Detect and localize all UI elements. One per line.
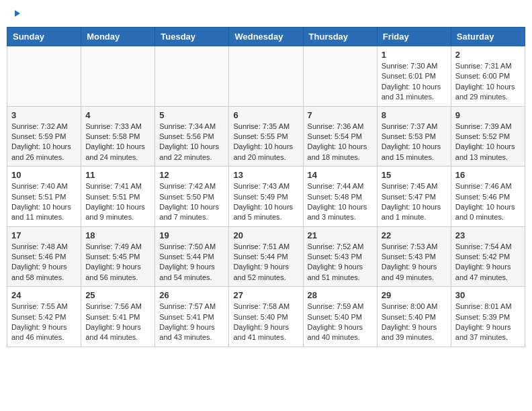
day-info: Daylight: 10 hours and 31 minutes. [382,82,447,103]
calendar-cell: 11Sunrise: 7:41 AMSunset: 5:51 PMDayligh… [81,167,155,227]
day-number: 4 [85,110,150,120]
day-info: Sunrise: 7:36 AM [308,122,373,132]
calendar-week-5: 24Sunrise: 7:55 AMSunset: 5:42 PMDayligh… [7,287,525,347]
day-info: Sunset: 5:41 PM [85,312,150,322]
day-info: Sunrise: 7:37 AM [382,122,447,132]
calendar-cell: 18Sunrise: 7:49 AMSunset: 5:45 PMDayligh… [81,226,155,287]
calendar-week-3: 10Sunrise: 7:40 AMSunset: 5:51 PMDayligh… [7,167,525,227]
day-info: Sunrise: 7:44 AM [308,181,373,191]
calendar-week-4: 17Sunrise: 7:48 AMSunset: 5:46 PMDayligh… [7,226,525,287]
day-info: Sunset: 5:47 PM [382,192,447,202]
day-number: 18 [85,230,150,240]
day-info: Sunrise: 7:54 AM [455,242,521,252]
calendar-cell: 4Sunrise: 7:33 AMSunset: 5:58 PMDaylight… [81,106,155,167]
day-info: Sunset: 5:55 PM [233,132,298,142]
day-info: Daylight: 9 hours and 41 minutes. [233,322,298,343]
day-info: Sunrise: 8:00 AM [382,302,447,312]
calendar-table: SundayMondayTuesdayWednesdayThursdayFrid… [7,27,525,347]
day-info: Sunset: 5:45 PM [85,252,150,262]
day-number: 30 [455,290,521,300]
day-info: Daylight: 9 hours and 40 minutes. [308,322,373,343]
day-info: Sunrise: 7:30 AM [382,61,447,71]
day-info: Daylight: 9 hours and 52 minutes. [233,262,298,283]
day-info: Sunset: 5:46 PM [11,252,77,262]
day-header-sunday: Sunday [7,28,81,46]
day-number: 29 [382,290,447,300]
day-number: 2 [455,50,521,60]
calendar-cell: 22Sunrise: 7:53 AMSunset: 5:43 PMDayligh… [377,226,451,287]
logo-triangle-icon [15,10,20,17]
day-info: Sunrise: 7:42 AM [159,181,224,191]
day-number: 27 [233,290,298,300]
day-info: Sunrise: 7:45 AM [382,181,447,191]
day-info: Daylight: 9 hours and 47 minutes. [455,262,521,283]
day-number: 6 [233,110,298,120]
calendar-cell [7,46,81,107]
day-info: Sunrise: 7:34 AM [159,122,224,132]
day-info: Sunset: 5:40 PM [233,312,298,322]
day-info: Sunrise: 8:01 AM [455,302,521,312]
calendar-cell: 1Sunrise: 7:30 AMSunset: 6:01 PMDaylight… [377,46,451,107]
day-info: Sunset: 5:44 PM [233,252,298,262]
calendar-cell: 25Sunrise: 7:56 AMSunset: 5:41 PMDayligh… [81,287,155,347]
calendar-cell [303,46,377,107]
calendar-cell: 2Sunrise: 7:31 AMSunset: 6:00 PMDaylight… [451,46,525,107]
day-number: 17 [11,230,77,240]
day-info: Sunrise: 7:49 AM [85,242,150,252]
day-info: Sunset: 5:50 PM [159,192,224,202]
day-info: Sunset: 5:52 PM [455,132,521,142]
calendar-cell: 26Sunrise: 7:57 AMSunset: 5:41 PMDayligh… [155,287,229,347]
day-header-monday: Monday [81,28,155,46]
day-info: Sunrise: 7:33 AM [85,122,150,132]
day-info: Sunrise: 7:50 AM [159,242,224,252]
calendar-cell: 21Sunrise: 7:52 AMSunset: 5:43 PMDayligh… [303,226,377,287]
day-number: 19 [159,230,224,240]
calendar-cell: 19Sunrise: 7:50 AMSunset: 5:44 PMDayligh… [155,226,229,287]
calendar-cell [155,46,229,107]
day-number: 11 [85,170,150,180]
day-info: Sunrise: 7:43 AM [233,181,298,191]
day-info: Daylight: 10 hours and 22 minutes. [159,142,224,163]
day-header-thursday: Thursday [303,28,377,46]
day-info: Sunset: 5:43 PM [308,252,373,262]
day-info: Sunset: 5:42 PM [455,252,521,262]
day-info: Sunset: 5:59 PM [11,132,77,142]
day-info: Sunset: 5:58 PM [85,132,150,142]
calendar-cell: 30Sunrise: 8:01 AMSunset: 5:39 PMDayligh… [451,287,525,347]
day-info: Daylight: 10 hours and 11 minutes. [11,202,77,223]
day-info: Daylight: 10 hours and 0 minutes. [455,202,521,223]
calendar-cell: 23Sunrise: 7:54 AMSunset: 5:42 PMDayligh… [451,226,525,287]
day-info: Sunrise: 7:52 AM [308,242,373,252]
calendar-cell [229,46,303,107]
day-header-wednesday: Wednesday [229,28,303,46]
calendar-cell: 3Sunrise: 7:32 AMSunset: 5:59 PMDaylight… [7,106,81,167]
day-info: Sunrise: 7:59 AM [308,302,373,312]
day-info: Sunrise: 7:56 AM [85,302,150,312]
day-info: Sunset: 5:56 PM [159,132,224,142]
calendar-cell: 17Sunrise: 7:48 AMSunset: 5:46 PMDayligh… [7,226,81,287]
day-info: Sunrise: 7:55 AM [11,302,77,312]
day-info: Sunset: 5:51 PM [11,192,77,202]
day-info: Sunrise: 7:51 AM [233,242,298,252]
day-info: Sunrise: 7:48 AM [11,242,77,252]
day-number: 7 [308,110,373,120]
day-info: Daylight: 10 hours and 1 minute. [382,202,447,223]
day-info: Sunset: 5:41 PM [159,312,224,322]
day-number: 13 [233,170,298,180]
day-number: 21 [308,230,373,240]
day-info: Daylight: 9 hours and 51 minutes. [308,262,373,283]
day-header-friday: Friday [377,28,451,46]
day-number: 26 [159,290,224,300]
day-info: Sunset: 5:44 PM [159,252,224,262]
day-info: Daylight: 9 hours and 49 minutes. [382,262,447,283]
calendar-cell: 24Sunrise: 7:55 AMSunset: 5:42 PMDayligh… [7,287,81,347]
day-info: Daylight: 10 hours and 18 minutes. [308,142,373,163]
calendar-header-row: SundayMondayTuesdayWednesdayThursdayFrid… [7,28,525,46]
calendar-week-2: 3Sunrise: 7:32 AMSunset: 5:59 PMDaylight… [7,106,525,167]
day-info: Daylight: 10 hours and 7 minutes. [159,202,224,223]
day-info: Sunrise: 7:53 AM [382,242,447,252]
logo [13,10,20,17]
day-number: 5 [159,110,224,120]
day-info: Sunrise: 7:58 AM [233,302,298,312]
day-number: 10 [11,170,77,180]
